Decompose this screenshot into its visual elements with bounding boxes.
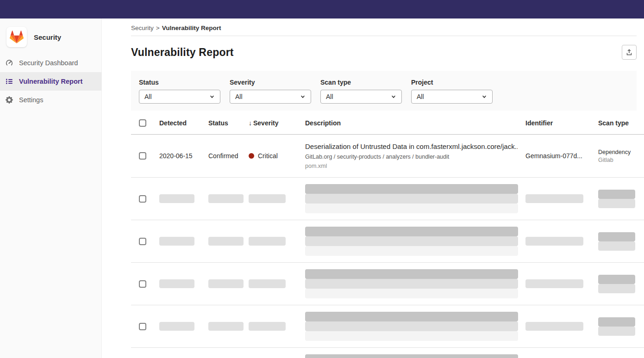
loading-placeholder: [159, 279, 194, 288]
loading-placeholder: [598, 232, 635, 251]
project-path: GitLab.org / security-products / analyze…: [305, 154, 518, 160]
vulnerability-title-link[interactable]: Deserialization of Untrusted Data in com…: [305, 142, 518, 150]
loading-placeholder: [305, 312, 518, 341]
row-checkbox[interactable]: [139, 238, 146, 245]
loading-placeholder: [305, 184, 518, 213]
gitlab-logo[interactable]: [6, 27, 27, 47]
filter-project: Project All: [411, 79, 493, 103]
sidebar-item-label: Security Dashboard: [19, 59, 78, 67]
filter-panel: Status All Severity All Scan type All: [131, 71, 637, 111]
table-row-loading: [131, 263, 644, 305]
sidebar-nav: Security Dashboard Vulnerability Report: [0, 54, 101, 109]
severity-filter-select[interactable]: All: [230, 90, 311, 104]
sidebar-item-label: Settings: [19, 96, 43, 104]
gitlab-tanuki-icon: [10, 31, 24, 43]
sidebar-item-security-dashboard[interactable]: Security Dashboard: [0, 54, 101, 72]
filter-severity: Severity All: [230, 79, 311, 103]
sidebar-item-vulnerability-report[interactable]: Vulnerability Report: [0, 72, 101, 91]
sidebar-brand: Security: [0, 19, 101, 54]
loading-placeholder: [208, 279, 244, 288]
loading-placeholder: [208, 237, 244, 246]
column-header-severity[interactable]: ↓Severity: [249, 119, 305, 127]
selected-value: All: [144, 93, 152, 100]
detected-date: 2020-06-15: [159, 152, 208, 160]
scan-type-filter-select[interactable]: All: [320, 90, 402, 104]
breadcrumb-parent[interactable]: Security: [131, 25, 154, 31]
loading-placeholder: [525, 322, 583, 331]
loading-placeholder: [208, 322, 244, 331]
column-header-detected[interactable]: Detected: [159, 119, 208, 127]
select-all-checkbox[interactable]: [139, 119, 146, 127]
identifier-value: Gemnasium-077d...: [525, 152, 598, 160]
loading-placeholder: [159, 194, 194, 203]
project-filter-select[interactable]: All: [411, 90, 493, 104]
row-checkbox[interactable]: [139, 152, 146, 160]
row-checkbox[interactable]: [139, 280, 146, 288]
gear-icon: [6, 96, 13, 104]
breadcrumb: Security > Vulnerability Report: [131, 19, 637, 36]
row-checkbox[interactable]: [139, 195, 146, 203]
chevron-down-icon: [300, 94, 306, 99]
chevron-down-icon: [481, 94, 487, 99]
breadcrumb-current: Vulnerability Report: [162, 25, 221, 31]
filter-label: Project: [411, 79, 493, 86]
critical-severity-icon: [249, 153, 254, 159]
column-header-description[interactable]: Description: [305, 119, 525, 127]
selected-value: All: [326, 93, 333, 100]
chevron-down-icon: [209, 94, 215, 99]
sort-descending-icon: ↓: [249, 119, 252, 127]
export-icon: [625, 49, 633, 56]
vulnerability-location: pom.xml: [305, 163, 518, 169]
export-button[interactable]: [622, 45, 637, 60]
loading-placeholder: [305, 354, 518, 358]
scan-type-value: Dependency: [598, 149, 644, 155]
loading-placeholder: [525, 194, 583, 203]
column-header-identifier[interactable]: Identifier: [525, 119, 598, 127]
loading-placeholder: [525, 279, 583, 288]
table-header-row: Detected Status ↓Severity Description Id…: [131, 111, 644, 135]
breadcrumb-separator: >: [156, 25, 160, 31]
filter-scan-type: Scan type All: [320, 79, 402, 103]
list-icon: [6, 78, 13, 85]
table-row-loading: [131, 348, 644, 358]
filter-label: Status: [139, 79, 220, 86]
main-content: Security > Vulnerability Report Vulnerab…: [102, 19, 644, 358]
sidebar-title: Security: [34, 33, 61, 41]
loading-placeholder: [159, 322, 194, 331]
sidebar-item-settings[interactable]: Settings: [0, 91, 101, 109]
filter-label: Scan type: [320, 79, 402, 86]
selected-value: All: [235, 93, 243, 100]
loading-placeholder: [305, 269, 518, 298]
column-header-scan-type[interactable]: Scan type: [598, 119, 644, 127]
table-row-loading: [131, 178, 644, 220]
severity-value: Critical: [258, 152, 278, 160]
loading-placeholder: [159, 237, 194, 246]
table-row-loading: [131, 220, 644, 263]
sidebar-item-label: Vulnerability Report: [19, 78, 82, 85]
row-checkbox[interactable]: [139, 323, 146, 330]
filter-status: Status All: [139, 79, 220, 103]
status-filter-select[interactable]: All: [139, 90, 220, 104]
loading-placeholder: [208, 194, 244, 203]
loading-placeholder: [525, 237, 583, 246]
scan-vendor-value: Gitlab: [598, 157, 644, 163]
loading-placeholder: [249, 237, 286, 246]
loading-placeholder: [305, 227, 518, 256]
loading-placeholder: [598, 275, 635, 293]
loading-placeholder: [249, 194, 286, 203]
chevron-down-icon: [391, 94, 396, 99]
loading-placeholder: [598, 190, 635, 208]
loading-placeholder: [249, 279, 286, 288]
selected-value: All: [417, 93, 424, 100]
sidebar: Security Security Dashboard: [0, 19, 102, 358]
loading-rows-container: [131, 178, 644, 358]
loading-placeholder: [598, 317, 635, 336]
page-title: Vulnerability Report: [131, 46, 234, 59]
status-value: Confirmed: [208, 152, 249, 160]
loading-placeholder: [249, 322, 286, 331]
table-row[interactable]: 2020-06-15 Confirmed Critical Deserializ…: [131, 135, 644, 178]
vulnerability-table: Detected Status ↓Severity Description Id…: [131, 111, 644, 358]
column-header-status[interactable]: Status: [208, 119, 249, 127]
top-navbar: [0, 0, 644, 19]
table-row-loading: [131, 305, 644, 348]
